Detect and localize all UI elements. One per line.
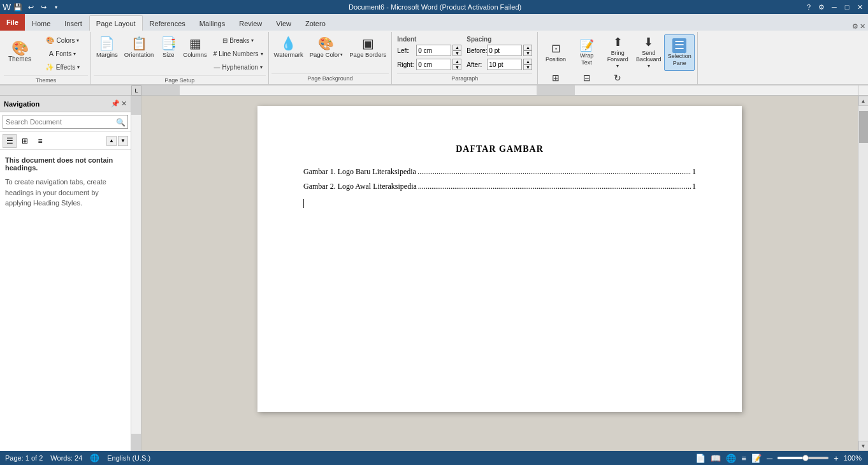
indent-right-up-btn[interactable]: ▲ <box>452 59 461 64</box>
indent-left-up-btn[interactable]: ▲ <box>452 45 461 50</box>
view-outline-btn[interactable]: ≡ <box>740 454 748 463</box>
selection-pane-button[interactable]: ☰ Selection Pane <box>664 34 695 71</box>
effects-button[interactable]: ✨ Effects ▾ <box>37 61 88 74</box>
language-label: English (U.S.) <box>107 454 150 462</box>
minimize-btn[interactable]: ─ <box>828 1 840 13</box>
breaks-button[interactable]: ⊟ Breaks ▾ <box>211 34 266 47</box>
redo-qa-btn[interactable]: ↪ <box>38 1 49 13</box>
view-draft-btn[interactable]: 📝 <box>750 454 763 463</box>
close-btn[interactable]: ✕ <box>854 1 865 13</box>
watermark-button[interactable]: 💧 Watermark <box>271 33 306 59</box>
nav-no-headings-text: This document does not contain headings. <box>5 156 126 172</box>
indent-right-down-btn[interactable]: ▼ <box>452 64 461 70</box>
zoom-slider[interactable] <box>778 457 828 459</box>
indent-left-down-btn[interactable]: ▼ <box>452 50 461 56</box>
bring-forward-button[interactable]: ⬆ Bring Forward ▾ <box>602 34 633 71</box>
ruler-corner: L <box>0 85 141 96</box>
paragraph-group-label: Paragraph <box>397 73 532 83</box>
tab-mailings[interactable]: Mailings <box>192 15 232 31</box>
orientation-button[interactable]: 📋 Orientation <box>122 33 156 59</box>
help-btn[interactable]: ? <box>803 1 814 13</box>
view-web-btn[interactable]: 🌐 <box>725 454 737 463</box>
indent-left-label: Left: <box>397 47 415 54</box>
ribbon-group-arrange: ⊡ Position 📝 Wrap Text ⬆ Bring Forward ▾… <box>538 32 698 84</box>
page-info: Page: 1 of 2 <box>5 454 43 462</box>
tab-home[interactable]: Home <box>25 15 57 31</box>
page-title: DAFTAR GAMBAR <box>303 144 696 154</box>
nav-up-btn[interactable]: ▲ <box>106 136 117 146</box>
status-bar: Page: 1 of 2 Words: 24 🌐 English (U.S.) … <box>0 451 868 465</box>
search-icon[interactable]: 🔍 <box>113 115 127 129</box>
scroll-track[interactable] <box>858 106 868 441</box>
nav-headings-btn[interactable]: ☰ <box>3 134 17 148</box>
themes-button[interactable]: 🎨 Themes <box>4 33 36 71</box>
spacing-before-label: Before: <box>467 47 486 54</box>
nav-down-btn[interactable]: ▼ <box>118 136 128 146</box>
zoom-in-btn[interactable]: + <box>832 454 840 463</box>
toc-entry-2: Gambar 2. Logo Awal Literaksipedia .....… <box>303 182 696 191</box>
maximize-btn[interactable]: □ <box>841 1 853 13</box>
toc-dots-2: ........................................… <box>418 182 691 191</box>
nav-pin-btn[interactable]: 📌 <box>111 100 120 108</box>
undo-qa-btn[interactable]: ↩ <box>25 1 36 13</box>
tab-file[interactable]: File <box>0 14 25 31</box>
ribbon-group-page-background: 💧 Watermark 🎨 Page Color▾ ▣ Page Borders… <box>269 32 393 84</box>
tab-pagelayout[interactable]: Page Layout <box>89 15 143 31</box>
nav-title: Navigation <box>4 100 40 108</box>
toc-num-1: 1 <box>692 167 696 177</box>
toc-dots-1: ........................................… <box>417 167 691 177</box>
indent-right-input[interactable]: 0 cm <box>416 59 451 70</box>
rotate-button[interactable]: ↻ Rotate ▾ <box>602 71 633 85</box>
zoom-out-btn[interactable]: ─ <box>765 454 774 463</box>
size-button[interactable]: 📑 Size <box>157 33 179 59</box>
spacing-after-up-btn[interactable]: ▲ <box>523 59 532 64</box>
qa-dropdown-btn[interactable]: ▾ <box>50 1 62 13</box>
fonts-button[interactable]: A Fonts ▾ <box>37 48 88 61</box>
tab-insert[interactable]: Insert <box>57 15 89 31</box>
align-button[interactable]: ⊞ Align ▾ <box>540 71 571 85</box>
tab-references[interactable]: References <box>143 15 192 31</box>
nav-close-btn[interactable]: ✕ <box>121 100 127 108</box>
nav-results-btn[interactable]: ≡ <box>33 134 47 148</box>
line-numbers-button[interactable]: # Line Numbers ▾ <box>211 48 266 61</box>
page-borders-button[interactable]: ▣ Page Borders <box>347 33 389 59</box>
wrap-text-button[interactable]: 📝 Wrap Text <box>572 34 602 71</box>
save-qa-btn[interactable]: 💾 <box>12 1 24 13</box>
hyphenation-button[interactable]: — Hyphenation ▾ <box>211 61 266 74</box>
vertical-scrollbar[interactable]: ▲ ▼ <box>858 96 868 451</box>
nav-help-text: To create navigation tabs, create headin… <box>5 177 126 209</box>
scroll-up-btn[interactable]: ▲ <box>858 96 869 106</box>
tab-zotero[interactable]: Zotero <box>298 15 333 31</box>
scroll-down-btn[interactable]: ▼ <box>858 441 869 451</box>
ribbon-settings-icon[interactable]: ⚙ <box>852 22 858 31</box>
colors-button[interactable]: 🎨 Colors ▾ <box>37 34 88 47</box>
spacing-before-up-btn[interactable]: ▲ <box>523 45 532 50</box>
spacing-before-input[interactable]: 0 pt <box>487 45 522 56</box>
nav-pages-btn[interactable]: ⊞ <box>18 134 32 148</box>
group-button[interactable]: ⊟ Group ▾ <box>572 71 602 85</box>
columns-button[interactable]: ▦ Columns <box>180 33 210 59</box>
scroll-thumb[interactable] <box>859 111 868 143</box>
margins-button[interactable]: 📄 Margins <box>94 33 120 59</box>
position-button[interactable]: ⊡ Position <box>540 34 571 71</box>
ribbon-close-icon[interactable]: ✕ <box>860 22 865 31</box>
tab-view[interactable]: View <box>269 15 298 31</box>
zoom-level[interactable]: 100% <box>843 454 863 462</box>
ruler-corner-btn[interactable]: L <box>131 85 141 96</box>
options-btn[interactable]: ⚙ <box>816 1 827 13</box>
page-color-button[interactable]: 🎨 Page Color▾ <box>307 33 346 59</box>
view-reading-btn[interactable]: 📖 <box>709 454 722 463</box>
toc-label-2: Gambar 2. Logo Awal Literaksipedia <box>303 182 417 191</box>
svg-rect-1 <box>141 85 180 96</box>
spacing-before-down-btn[interactable]: ▼ <box>523 50 532 56</box>
spacing-after-down-btn[interactable]: ▼ <box>523 64 532 70</box>
document-area[interactable]: DAFTAR GAMBAR Gambar 1. Logo Baru Litera… <box>141 96 858 451</box>
search-input[interactable] <box>3 115 113 128</box>
spacing-after-input[interactable]: 10 pt <box>487 59 522 70</box>
view-normal-btn[interactable]: 📄 <box>694 454 707 463</box>
language-icon: 🌐 <box>90 454 99 462</box>
tab-review[interactable]: Review <box>232 15 269 31</box>
send-backward-button[interactable]: ⬇ Send Backward ▾ <box>633 34 664 71</box>
indent-left-input[interactable]: 0 cm <box>416 45 451 56</box>
indent-right-label: Right: <box>397 61 415 68</box>
